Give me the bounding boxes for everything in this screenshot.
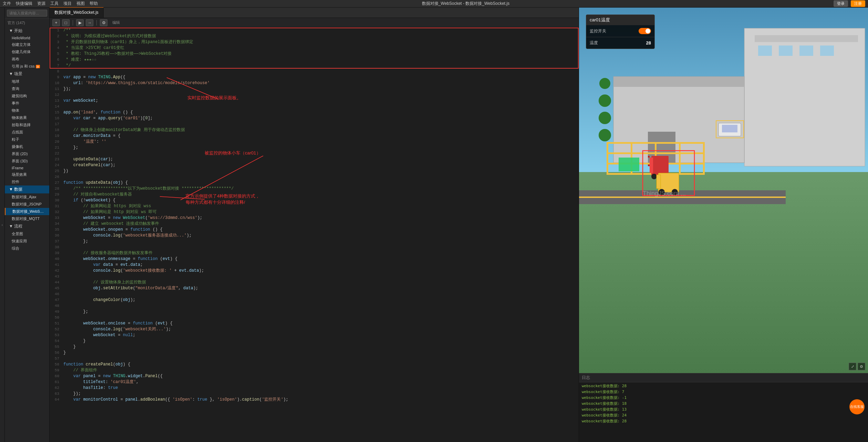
code-line-48[interactable]: 48 [50,303,579,309]
sidebar-item-ui-2d[interactable]: 界面 (2D) [5,150,49,158]
code-line-8[interactable]: 8 [50,69,579,74]
sidebar-item-data-mqtt[interactable]: 数据对接_MQTT [5,215,49,222]
code-line-39[interactable]: 39 // 接收服务器端的数据并触发发事件 [50,250,579,256]
toolbar-step-button[interactable]: → [86,19,93,26]
editor-tab-websocket[interactable]: 数掘对接_WebSocket.js [50,7,104,18]
sidebar-item-controls[interactable]: 控件 [5,178,49,185]
code-line-2[interactable]: 2 * 说明: 为模拟通过WebSocket的方式对接数据 [50,33,579,39]
code-line-20[interactable]: 20 '温度': '' [50,139,579,145]
code-line-32[interactable]: 32 // 如果网站是 http 则对应 ws 即可 [50,209,579,215]
code-line-13[interactable]: 13var webSocket; [50,98,579,104]
sidebar-item-create-cube[interactable]: 创建立方体 [5,41,49,48]
menu-item-resource[interactable]: 资源 [37,1,45,7]
code-line-53[interactable]: 53 webSocket = null; [50,332,579,338]
code-line-29[interactable]: 29 // 对接自有websocket服务器 [50,192,579,198]
view-expand-button[interactable]: ⤢ [849,363,856,370]
code-line-58[interactable]: 58function createPanel(obj) { [50,362,579,368]
code-line-44[interactable]: 44 // 设置物体身上的监控数据 [50,280,579,285]
code-line-16[interactable]: 16 var car = app.query('car01')[0]; [50,115,579,121]
view-settings-button[interactable]: ⚙ [858,363,865,370]
code-line-27[interactable]: 27function updateData(obj) { [50,180,579,186]
code-line-17[interactable]: 17 [50,121,579,127]
3d-viewport[interactable]: ThingJS.com ... car01温度 监控开关 温度 28 ⤢ ⚙ [579,8,868,373]
code-editor[interactable]: 1/** 2 * 说明: 为模拟通过WebSocket的方式对接数据 3 * 开… [50,28,579,442]
sidebar-item-data-ajax[interactable]: 数据对接_Ajax [5,193,49,201]
monitor-toggle-switch[interactable] [639,28,651,34]
sidebar-item-particle[interactable]: 粒子 [5,136,49,143]
sidebar-item-flow[interactable]: ▼ 流程 [5,222,49,230]
register-button[interactable]: 注册 [851,0,865,7]
code-line-19[interactable]: 19 car.monitorData = { [50,133,579,139]
sidebar-item-comprehensive[interactable]: 综合 [5,245,49,252]
code-line-31[interactable]: 31 // 如果网站是 https 则对应 wss [50,203,579,209]
sidebar-item-data-websocket[interactable]: 数据对接_WebSocket [5,208,49,215]
code-line-51[interactable]: 51 webSocket.onclose = function (evt) { [50,321,579,327]
sidebar-item-scene[interactable]: ▼ 场景 [5,70,49,78]
code-line-41[interactable]: 41 var data = evt.data; [50,262,579,268]
code-line-59[interactable]: 59 // 界面组件 [50,368,579,373]
sidebar-item-canvas[interactable]: 画布 [5,56,49,63]
code-line-45[interactable]: 45 obj.setAttribute("monitorData/温度", da… [50,285,579,291]
code-line-57[interactable]: 57 [50,356,579,362]
code-line-61[interactable]: 61 titleText: 'car01温度', [50,379,579,385]
code-line-25[interactable]: 25}) [50,168,579,174]
code-line-23[interactable]: 23 updateData(car); [50,157,579,162]
code-line-30[interactable]: 30 if (!webSocket) { [50,198,579,203]
code-line-12[interactable]: 12 [50,92,579,98]
code-line-43[interactable]: 43 [50,274,579,280]
code-line-35[interactable]: 35 webSocket.onopen = function () { [50,227,579,233]
sidebar-item-start[interactable]: ▼ 开始 [5,27,49,35]
code-line-9[interactable]: 9var app = new THING.App({ [50,74,579,80]
code-line-55[interactable]: 55 } [50,344,579,350]
online-service-button[interactable]: 在线客服 [849,399,865,414]
toolbar-add-button[interactable]: + [52,19,60,26]
code-line-49[interactable]: 49 }; [50,309,579,315]
code-line-26[interactable]: 26 [50,174,579,180]
code-line-21[interactable]: 21 }; [50,145,579,151]
sidebar-item-pick[interactable]: 拾取和选择 [5,121,49,129]
code-line-63[interactable]: 63 }); [50,391,579,397]
code-line-28[interactable]: 28 /** ******************以下为websocket数据对… [50,186,579,192]
code-line-37[interactable]: 37 }; [50,239,579,244]
menu-item-project[interactable]: 项目 [63,1,72,7]
code-line-22[interactable]: 22 [50,151,579,157]
sidebar-item-helloworld[interactable]: HelloWorld [5,35,49,41]
toolbar-run-button[interactable]: ▶ [76,19,84,26]
code-line-56[interactable]: 56} [50,350,579,356]
sidebar-item-iframe[interactable]: iFrame [5,165,49,171]
login-button[interactable]: 登录 [834,0,848,7]
code-line-11[interactable]: 11}); [50,86,579,92]
sidebar-item-query[interactable]: 查询 [5,85,49,92]
sidebar-item-data[interactable]: ▼ 数据 [5,185,49,193]
code-line-18[interactable]: 18 // 物体身上创建monitorData对象 用于存储动态监控数据 [50,127,579,133]
code-line-47[interactable]: 47 changeColor(obj); [50,297,579,303]
code-line-4[interactable]: 4 * 当温度 >25℃时 car01变红 [50,45,579,51]
code-line-54[interactable]: 54 } [50,338,579,344]
menu-item-edit[interactable]: 快捷编辑 [16,1,32,7]
sidebar-item-create-geo[interactable]: 创建几何体 [5,48,49,56]
sidebar-item-ui-3d[interactable]: 界面 (3D) [5,158,49,165]
code-line-7[interactable]: 7 */ [50,63,579,69]
code-line-60[interactable]: 60 var panel = new THING.widget.Panel({ [50,373,579,379]
sidebar-collapse-button[interactable]: ‹ [0,8,5,442]
sidebar-item-event[interactable]: 事件 [5,100,49,107]
code-line-5[interactable]: 5 * 教程: ThingJS教程——>数据对接——>WebSocket对接 [50,51,579,57]
sidebar-item-geometry[interactable]: 点线面 [5,129,49,136]
code-line-52[interactable]: 52 console.log('websocket关闭...'); [50,327,579,332]
code-line-62[interactable]: 62 hasTitle: true [50,385,579,391]
menu-item-file[interactable]: 文件 [3,1,11,7]
code-line-34[interactable]: 34 // 建立 websocket 连接成功触发事件 [50,221,579,227]
toolbar-settings-button[interactable]: ⚙ [100,19,107,26]
sidebar-item-effect[interactable]: 物体效果 [5,114,49,121]
toolbar-minimize-button[interactable]: □ [62,19,70,26]
code-line-50[interactable]: 50 [50,315,579,321]
code-line-15[interactable]: 15app.on('load', function () { [50,110,579,115]
sidebar-item-camera[interactable]: 摄像机 [5,143,49,150]
sidebar-item-scene-effect[interactable]: 场景效果 [5,171,49,178]
code-line-10[interactable]: 10 url: 'https://www.thingjs.com/static/… [50,80,579,86]
menu-item-view[interactable]: 视图 [76,1,85,7]
code-line-3[interactable]: 3 * 开启数据挂载到物体（car01）身上，用ipanel面板进行数据绑定 [50,39,579,45]
code-line-42[interactable]: 42 console.log('websocket接收数据: ' + evt.d… [50,268,579,274]
code-line-24[interactable]: 24 createPanel(car); [50,162,579,168]
code-line-46[interactable]: 46 [50,291,579,297]
